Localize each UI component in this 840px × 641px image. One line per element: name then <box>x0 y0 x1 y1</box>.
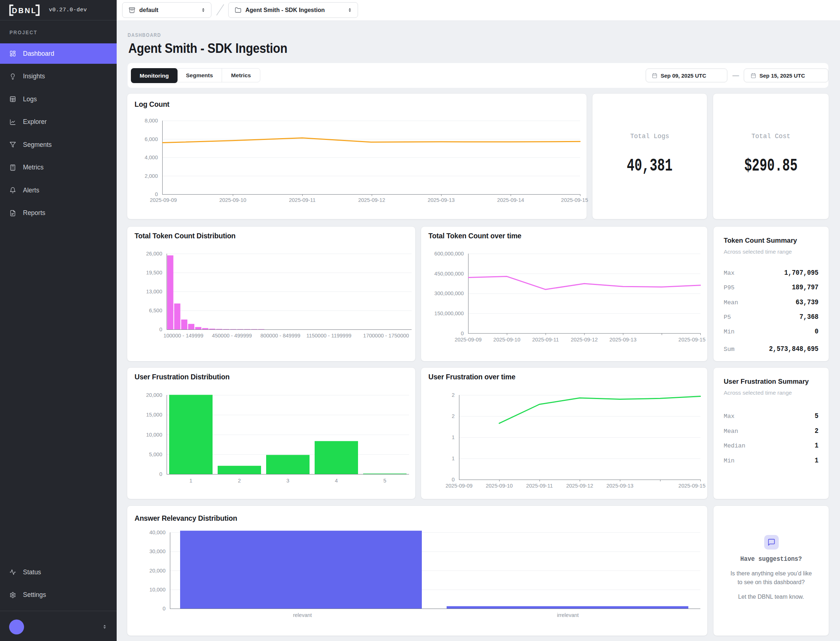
svg-text:2025-09-11: 2025-09-11 <box>289 197 315 203</box>
svg-text:20,000: 20,000 <box>146 392 162 398</box>
svg-text:0: 0 <box>159 327 162 332</box>
svg-text:26,000: 26,000 <box>146 251 162 256</box>
svg-text:2025-09-09: 2025-09-09 <box>455 337 482 343</box>
svg-text:5: 5 <box>383 478 386 483</box>
svg-text:800000 - 849999: 800000 - 849999 <box>260 333 300 338</box>
svg-text:600,000,000: 600,000,000 <box>434 251 464 256</box>
svg-text:30,000: 30,000 <box>150 548 166 554</box>
svg-text:0: 0 <box>159 471 162 477</box>
svg-text:2025-09-09: 2025-09-09 <box>150 197 177 203</box>
svg-text:2025-09-13: 2025-09-13 <box>609 337 637 343</box>
svg-text:450000 - 499999: 450000 - 499999 <box>212 333 252 338</box>
svg-text:20,000: 20,000 <box>150 568 166 573</box>
svg-text:6,500: 6,500 <box>149 308 162 313</box>
svg-text:2025-09-10: 2025-09-10 <box>219 197 246 203</box>
svg-text:300,000,000: 300,000,000 <box>434 290 464 296</box>
svg-text:19,500: 19,500 <box>146 270 162 275</box>
svg-text:2025-09-11: 2025-09-11 <box>526 483 553 489</box>
svg-text:40,000: 40,000 <box>150 530 166 535</box>
svg-text:1: 1 <box>189 478 192 483</box>
svg-text:2025-09-12: 2025-09-12 <box>566 483 593 489</box>
svg-text:100000 - 149999: 100000 - 149999 <box>163 333 203 338</box>
svg-text:2025-09-10: 2025-09-10 <box>485 483 513 489</box>
svg-text:1150000 - 1199999: 1150000 - 1199999 <box>306 333 351 338</box>
svg-text:0: 0 <box>461 330 464 337</box>
svg-text:8,000: 8,000 <box>145 118 158 124</box>
svg-text:2: 2 <box>452 413 455 419</box>
svg-text:1: 1 <box>452 456 455 461</box>
svg-text:2025-09-15: 2025-09-15 <box>679 483 705 489</box>
svg-text:10,000: 10,000 <box>146 432 162 438</box>
svg-text:2: 2 <box>452 392 455 398</box>
svg-text:2025-09-09: 2025-09-09 <box>445 483 472 489</box>
svg-text:13,000: 13,000 <box>146 288 162 295</box>
svg-text:2025-09-13: 2025-09-13 <box>428 197 455 203</box>
svg-text:3: 3 <box>286 478 289 483</box>
svg-text:15,000: 15,000 <box>146 412 162 418</box>
svg-text:DBNL: DBNL <box>12 6 37 14</box>
svg-text:1700000 - 1750000: 1700000 - 1750000 <box>363 333 409 338</box>
svg-text:2025-09-12: 2025-09-12 <box>358 197 385 203</box>
svg-text:4,000: 4,000 <box>145 155 158 160</box>
svg-text:relevant: relevant <box>293 612 312 618</box>
svg-text:10,000: 10,000 <box>150 587 166 593</box>
svg-text:4: 4 <box>335 478 338 483</box>
svg-text:2,000: 2,000 <box>145 173 158 179</box>
svg-text:2025-09-12: 2025-09-12 <box>571 337 598 343</box>
svg-text:2025-09-13: 2025-09-13 <box>606 483 633 489</box>
svg-text:450,000,000: 450,000,000 <box>434 271 464 277</box>
svg-text:1: 1 <box>452 434 455 440</box>
svg-text:150,000,000: 150,000,000 <box>434 311 464 316</box>
svg-text:6,000: 6,000 <box>145 136 158 142</box>
svg-text:2025-09-11: 2025-09-11 <box>532 337 559 343</box>
svg-text:2025-09-10: 2025-09-10 <box>493 337 520 343</box>
svg-text:2025-09-15: 2025-09-15 <box>679 337 705 343</box>
svg-text:irrelevant: irrelevant <box>557 612 579 618</box>
svg-text:2025-09-14: 2025-09-14 <box>497 197 524 203</box>
svg-text:2025-09-15: 2025-09-15 <box>561 197 588 203</box>
svg-text:0: 0 <box>163 606 166 612</box>
svg-text:5,000: 5,000 <box>149 451 162 457</box>
svg-text:0: 0 <box>155 191 158 197</box>
svg-text:2: 2 <box>238 478 240 483</box>
svg-text:0: 0 <box>452 477 455 483</box>
